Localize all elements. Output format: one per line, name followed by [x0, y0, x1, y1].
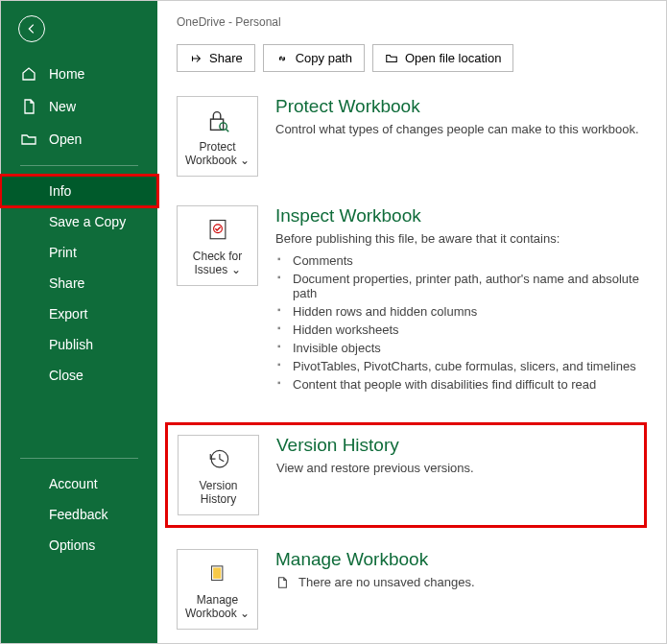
nav-label: Publish — [49, 337, 93, 352]
history-icon — [205, 444, 232, 475]
check-issues-tile[interactable]: Check for Issues ⌄ — [177, 205, 258, 286]
list-item: Content that people with disabilities fi… — [293, 375, 647, 394]
nav-label: Home — [49, 66, 84, 82]
svg-rect-6 — [213, 567, 221, 578]
folder-icon — [385, 52, 398, 65]
chevron-down-icon: ⌄ — [231, 263, 241, 276]
document-icon — [20, 98, 37, 115]
chevron-down-icon: ⌄ — [240, 607, 250, 620]
nav-label: Share — [49, 275, 84, 291]
open-location-button[interactable]: Open file location — [372, 44, 513, 72]
nav-open[interactable]: Open — [1, 123, 157, 155]
svg-rect-0 — [210, 119, 223, 130]
nav-save-copy[interactable]: Save a Copy — [1, 206, 157, 237]
nav-account[interactable]: Account — [1, 468, 157, 499]
section-title: Inspect Workbook — [275, 205, 647, 227]
section-title: Manage Workbook — [275, 549, 647, 570]
section-desc: View and restore previous versions. — [276, 461, 634, 475]
section-title: Version History — [276, 435, 634, 456]
list-item: Hidden worksheets — [293, 321, 647, 339]
nav-publish[interactable]: Publish — [1, 329, 157, 360]
tile-label: Version History — [184, 479, 252, 507]
inspect-section: Check for Issues ⌄ Inspect Workbook Befo… — [177, 205, 647, 394]
version-history-tile[interactable]: Version History — [178, 435, 259, 515]
share-icon — [189, 52, 202, 65]
nav-print[interactable]: Print — [1, 237, 157, 268]
tile-label: Protect Workbook — [185, 140, 237, 167]
nav-feedback[interactable]: Feedback — [1, 499, 157, 530]
nav-label: New — [49, 99, 76, 114]
section-desc: There are no unsaved changes. — [298, 575, 475, 589]
divider — [20, 165, 138, 166]
main-content: OneDrive - Personal Share Copy path Open… — [157, 1, 666, 643]
section-title: Protect Workbook — [275, 96, 647, 117]
button-label: Copy path — [296, 51, 352, 65]
protect-workbook-tile[interactable]: Protect Workbook ⌄ — [177, 96, 258, 177]
nav-home[interactable]: Home — [1, 58, 157, 90]
backstage-sidebar: Home New Open Info Save a Copy Print Sha… — [1, 1, 157, 643]
home-icon — [20, 65, 37, 83]
toolbar: Share Copy path Open file location — [177, 44, 647, 72]
inspect-list: Comments Document properties, printer pa… — [275, 251, 647, 394]
share-button[interactable]: Share — [177, 44, 255, 72]
tile-label: Manage Workbook — [185, 593, 238, 620]
nav-share[interactable]: Share — [1, 268, 157, 298]
list-item: Invisible objects — [293, 339, 647, 357]
nav-label: Export — [49, 306, 87, 322]
nav-info[interactable]: Info — [1, 176, 157, 206]
arrow-left-icon — [25, 22, 38, 36]
breadcrumb: OneDrive - Personal — [177, 15, 647, 29]
list-item: Document properties, printer path, autho… — [293, 270, 647, 302]
back-button[interactable] — [18, 15, 45, 42]
nav-label: Info — [49, 183, 71, 199]
nav-label: Options — [49, 537, 95, 553]
nav-label: Print — [49, 245, 77, 260]
folder-open-icon — [20, 131, 37, 148]
section-desc: Before publishing this file, be aware th… — [275, 231, 647, 246]
chevron-down-icon: ⌄ — [240, 154, 250, 167]
nav-label: Close — [49, 368, 83, 383]
nav-label: Open — [49, 131, 82, 147]
lock-search-icon — [203, 106, 232, 136]
nav-label: Save a Copy — [49, 214, 126, 229]
nav-label: Account — [49, 476, 98, 491]
document-icon — [275, 576, 289, 589]
list-item: Comments — [293, 251, 647, 270]
divider — [20, 458, 138, 459]
button-label: Share — [209, 51, 243, 65]
manage-section: Manage Workbook ⌄ Manage Workbook There … — [177, 549, 647, 630]
manage-workbook-tile[interactable]: Manage Workbook ⌄ — [177, 549, 258, 630]
version-section: Version History Version History View and… — [178, 435, 634, 515]
protect-section: Protect Workbook ⌄ Protect Workbook Cont… — [177, 96, 647, 177]
nav-label: Feedback — [49, 507, 107, 522]
version-history-highlight: Version History Version History View and… — [165, 422, 647, 528]
nav-close[interactable]: Close — [1, 360, 157, 391]
check-document-icon — [204, 215, 231, 246]
nav-export[interactable]: Export — [1, 298, 157, 329]
nav-options[interactable]: Options — [1, 530, 157, 561]
section-desc: Control what types of changes people can… — [275, 122, 647, 136]
list-item: PivotTables, PivotCharts, cube formulas,… — [293, 357, 647, 375]
link-icon — [275, 52, 289, 65]
copy-path-button[interactable]: Copy path — [263, 44, 365, 72]
manage-icon — [205, 559, 230, 589]
list-item: Hidden rows and hidden columns — [293, 302, 647, 321]
button-label: Open file location — [405, 51, 501, 65]
nav-new[interactable]: New — [1, 90, 157, 123]
